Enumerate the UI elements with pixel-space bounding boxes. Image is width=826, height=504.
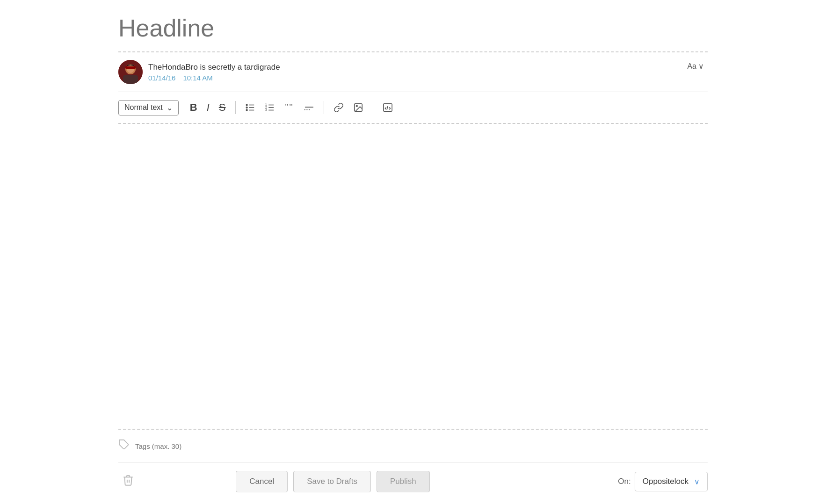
font-size-control[interactable]: Aa ∨ [683, 60, 708, 72]
author-name: TheHondaBro is secretly a tardigrade [148, 63, 280, 72]
author-section: TheHondaBro is secretly a tardigrade 01/… [118, 52, 708, 92]
strikethrough-label: S [219, 101, 226, 114]
unordered-list-button[interactable] [241, 100, 259, 115]
ordered-list-icon: 1 2 3 [265, 102, 275, 113]
link-icon [333, 102, 344, 113]
trash-icon [122, 474, 134, 486]
font-size-chevron: ∨ [698, 62, 704, 71]
svg-text:": " [289, 102, 293, 112]
code-button[interactable] [379, 100, 397, 115]
font-size-label: Aa [687, 62, 696, 71]
toolbar-separator-2 [324, 101, 324, 114]
italic-button[interactable]: I [203, 99, 213, 116]
svg-rect-4 [125, 66, 136, 69]
bottom-actions: Cancel Save to Drafts Publish [236, 471, 429, 492]
blockquote-icon: " " [284, 102, 295, 113]
bold-label: B [190, 101, 197, 114]
blockquote-button[interactable]: " " [281, 100, 298, 115]
headline-section [118, 0, 708, 52]
cancel-button[interactable]: Cancel [236, 471, 288, 492]
image-icon [353, 102, 363, 113]
svg-text:": " [284, 102, 288, 112]
svg-point-20 [304, 109, 305, 110]
svg-line-26 [387, 106, 388, 109]
ordered-list-button[interactable]: 1 2 3 [261, 100, 279, 115]
delete-button[interactable] [118, 470, 138, 493]
bottom-bar: Cancel Save to Drafts Publish On: Opposi… [118, 462, 708, 504]
author-details: TheHondaBro is secretly a tardigrade 01/… [148, 63, 280, 82]
save-drafts-button[interactable]: Save to Drafts [293, 471, 371, 492]
strikethrough-button[interactable]: S [215, 99, 230, 116]
svg-rect-19 [304, 107, 313, 108]
text-format-label: Normal text [124, 103, 163, 112]
tags-section [118, 429, 708, 462]
publish-button[interactable]: Publish [377, 471, 430, 492]
svg-point-9 [246, 107, 247, 108]
author-info: TheHondaBro is secretly a tardigrade 01/… [118, 60, 280, 84]
author-time: 10:14 AM [183, 74, 212, 82]
svg-text:3: 3 [265, 108, 267, 111]
svg-rect-2 [123, 75, 138, 84]
on-label: On: [618, 477, 630, 486]
content-editor[interactable] [118, 124, 708, 429]
unordered-list-icon [245, 102, 255, 113]
toolbar-separator-3 [373, 101, 373, 114]
svg-point-22 [308, 109, 309, 110]
chevron-down-icon: ∨ [694, 477, 700, 486]
avatar [118, 60, 143, 84]
horizontal-rule-button[interactable] [300, 100, 318, 115]
author-date: 01/14/16 [148, 74, 175, 82]
on-section: On: Oppositelock ∨ [618, 472, 708, 491]
text-format-dropdown[interactable]: Normal text ⌄ [118, 100, 179, 115]
horizontal-rule-icon [304, 102, 314, 113]
headline-input[interactable] [118, 14, 708, 42]
svg-point-24 [356, 105, 357, 107]
image-button[interactable] [349, 100, 367, 115]
italic-label: I [207, 101, 210, 114]
svg-point-21 [306, 109, 307, 110]
tags-icon [118, 439, 130, 453]
svg-point-8 [246, 104, 247, 106]
bold-button[interactable]: B [186, 99, 201, 116]
community-dropdown[interactable]: Oppositelock ∨ [635, 472, 708, 491]
author-meta: 01/14/16 10:14 AM [148, 74, 280, 82]
tags-input[interactable] [135, 442, 708, 450]
toolbar-section: Normal text ⌄ B I S [118, 92, 708, 124]
text-format-chevron: ⌄ [167, 103, 173, 112]
community-label: Oppositelock [643, 477, 688, 486]
svg-point-10 [246, 109, 247, 111]
toolbar-separator-1 [235, 101, 236, 114]
code-icon [383, 102, 393, 113]
tag-icon [118, 439, 130, 450]
link-button[interactable] [330, 100, 348, 115]
